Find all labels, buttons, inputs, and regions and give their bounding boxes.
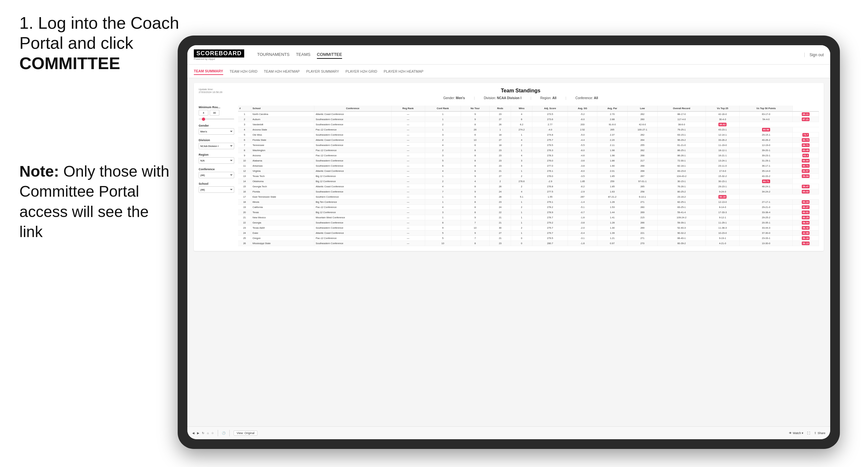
table-cell: -2.9 [568,189,597,194]
table-cell: Atlantic Coast Conference [314,112,391,117]
table-cell: — [391,210,425,215]
table-cell: Big Ten Conference [314,199,391,205]
table-row: 9ArizonaPac-12 Conference—38234278.3-4.6… [238,153,819,158]
table-cell: 2.70 [597,112,628,117]
conference-filter-select[interactable]: (All) [199,172,234,178]
table-cell: 9 [425,225,461,230]
table-cell: 260 [627,205,657,210]
min-rounds-min-input[interactable] [199,110,208,116]
note-label: Note: [20,163,59,180]
table-cell: 279.5 [532,143,568,148]
table-cell: 2 [425,148,461,153]
min-rounds-max-input[interactable] [210,110,219,116]
tablet-screen: SCOREBOARD Powered by clippd TOURNAMENTS… [187,45,830,439]
filter-division: Division: NCAA Division I [484,96,521,100]
region-filter-select[interactable]: N/A [199,157,234,164]
gender-filter-select[interactable]: Men's [199,128,234,135]
table-cell: 10 [461,225,489,230]
table-cell: 276.1 [532,168,568,174]
toolbar-bookmark-btn[interactable]: ☆ [211,432,214,435]
table-cell: -3.6 [568,158,597,163]
view-original-button[interactable]: View: Original [234,431,257,436]
fullscreen-btn[interactable]: ⛶ [807,432,810,435]
table-cell: 2 [511,184,532,189]
table-cell: — [391,215,425,220]
table-cell: 2.01 [597,168,628,174]
table-cell: 1 [489,127,511,132]
table-cell: 2.20 [597,137,628,143]
col-rnds: Rnds [489,105,511,112]
table-cell: 79-25-1 [657,127,706,132]
col-conf-rank: Conf Rank [425,105,461,112]
subnav-player-h2h-heatmap[interactable]: PLAYER H2H HEATMAP [384,68,424,74]
table-cell: 23-16-2 [657,194,706,199]
table-row: 10AlabamaSoutheastern Conference—5823327… [238,158,819,163]
nav-teams[interactable]: TEAMS [296,51,310,59]
table-cell: — [391,241,425,246]
table-cell: 1.30 [597,225,628,230]
table-cell: 279.1 [532,199,568,205]
table-cell: 1.39 [597,230,628,236]
table-row: 14OklahomaBig 12 Conference—242276.6-2.9… [238,179,819,184]
toolbar-forward-btn[interactable]: ▶ [197,432,199,435]
subnav-team-h2h-heatmap[interactable]: TEAM H2H HEATMAP [264,68,300,74]
toolbar-back-btn[interactable]: ◀ [192,432,194,435]
subnav-team-h2h-grid[interactable]: TEAM H2H GRID [230,68,257,74]
table-cell: 2 [425,122,461,127]
table-cell: 277.5 [532,189,568,194]
table-cell: 7 [461,220,489,225]
table-cell: 267 [627,174,657,179]
subnav-player-h2h-grid[interactable]: PLAYER H2H GRID [346,68,377,74]
table-cell: 2.77 [532,122,568,127]
table-cell: 1 [511,215,532,220]
table-cell: Southeastern Conference [314,117,391,122]
subnav-player-summary[interactable]: PLAYER SUMMARY [306,68,339,74]
table-cell: 12-13-0 [706,199,739,205]
school-filter-select[interactable]: (All) [199,186,234,193]
nav-tournaments[interactable]: TOURNAMENTS [257,51,289,59]
table-cell: Florida State [251,137,314,143]
table-cell: 63.49 [793,148,819,153]
table-cell: 72-30-1 [657,158,706,163]
table-cell: 0 [511,241,532,246]
table-cell: 6 [461,132,489,137]
table-cell: 10 [238,158,251,163]
table-cell: 2 [511,205,532,210]
table-cell: 37-30-0 [739,230,793,236]
sign-out-link[interactable]: Sign out [804,53,824,57]
table-cell: 2 [511,225,532,230]
table-cell: Georgia Tech [251,184,314,189]
table-cell: 1 [425,127,461,132]
table-cell: 2 [489,179,511,184]
table-cell: 26 [238,241,251,246]
table-cell: 279.7 [532,230,568,236]
min-rounds-slider[interactable] [199,119,234,120]
division-filter-select[interactable]: NCAA Division I [199,143,234,149]
table-cell: 86.62 [706,122,739,127]
watch-button[interactable]: 👁 Watch ▾ [789,432,803,435]
toolbar-home-btn[interactable]: ⌂ [207,432,209,435]
table-cell: 5 [425,230,461,236]
share-button[interactable]: ⇧ Share [814,432,825,435]
toolbar-clock-btn[interactable]: 🕑 [222,432,225,435]
region-filter-label: Region [199,153,234,156]
table-cell: 60.73 [793,137,819,143]
table-cell: 83-25-1 [657,205,706,210]
table-cell: Atlantic Coast Conference [314,137,391,143]
toolbar-refresh-btn[interactable]: ↻ [202,432,205,435]
nav-committee[interactable]: COMMITTEE [317,51,342,59]
table-cell: — [391,230,425,236]
table-cell: Southeastern Conference [314,189,391,194]
table-row: 17East Tennessee StateSouthern Conferenc… [238,194,819,199]
subnav-team-summary[interactable]: TEAM SUMMARY [194,68,223,75]
table-cell: 1 [238,112,251,117]
table-cell: 4 [425,184,461,189]
table-cell: 8 [238,148,251,153]
table-cell: 4-21-0 [706,241,739,246]
table-cell: 1.85 [568,179,597,184]
table-cell: 33-38-4 [739,210,793,215]
table-cell: 76-26-1 [657,184,706,189]
table-header: # School Conference Reg Rank Conf Rank N… [238,105,819,112]
table-cell: 276.8 [532,184,568,189]
logo-main-text: SCOREBOARD [194,50,244,58]
